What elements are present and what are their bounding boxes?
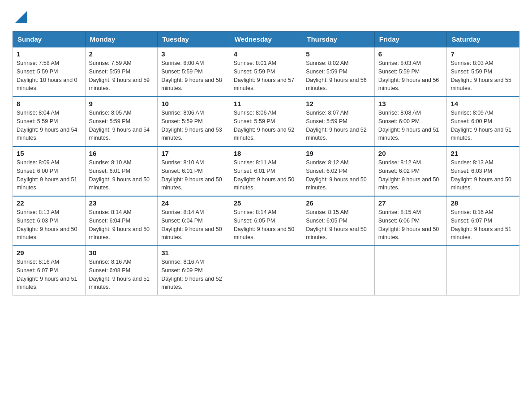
day-info: Sunrise: 8:06 AMSunset: 5:59 PMDaylight:…	[234, 109, 299, 142]
day-number: 28	[450, 199, 515, 207]
day-number: 12	[306, 100, 371, 107]
calendar-cell: 20Sunrise: 8:12 AMSunset: 6:02 PMDayligh…	[374, 146, 447, 196]
calendar-header-row: SundayMondayTuesdayWednesdayThursdayFrid…	[13, 32, 519, 47]
calendar-cell	[447, 246, 519, 295]
week-row-5: 29Sunrise: 8:16 AMSunset: 6:07 PMDayligh…	[13, 246, 519, 295]
day-number: 22	[17, 199, 82, 207]
day-info: Sunrise: 8:10 AMSunset: 6:01 PMDaylight:…	[161, 158, 226, 192]
calendar-cell: 9Sunrise: 8:05 AMSunset: 5:59 PMDaylight…	[85, 97, 158, 146]
calendar-cell: 21Sunrise: 8:13 AMSunset: 6:03 PMDayligh…	[447, 146, 519, 196]
day-info: Sunrise: 7:59 AMSunset: 5:59 PMDaylight:…	[89, 59, 154, 93]
calendar-cell: 10Sunrise: 8:06 AMSunset: 5:59 PMDayligh…	[158, 97, 230, 146]
day-info: Sunrise: 8:02 AMSunset: 5:59 PMDaylight:…	[306, 59, 371, 93]
header-thursday: Thursday	[302, 32, 375, 47]
day-info: Sunrise: 8:09 AMSunset: 6:00 PMDaylight:…	[17, 158, 82, 192]
calendar-cell	[374, 246, 447, 295]
calendar-table: SundayMondayTuesdayWednesdayThursdayFrid…	[13, 31, 519, 295]
logo	[13, 11, 27, 23]
calendar-cell: 1Sunrise: 7:58 AMSunset: 5:59 PMDaylight…	[13, 47, 86, 97]
day-number: 30	[89, 249, 154, 257]
header-sunday: Sunday	[13, 32, 86, 47]
calendar-cell: 31Sunrise: 8:16 AMSunset: 6:09 PMDayligh…	[158, 246, 230, 295]
day-number: 23	[89, 199, 154, 207]
day-number: 1	[17, 50, 82, 58]
day-info: Sunrise: 8:03 AMSunset: 5:59 PMDaylight:…	[450, 59, 515, 93]
day-number: 21	[450, 150, 515, 157]
day-info: Sunrise: 8:14 AMSunset: 6:04 PMDaylight:…	[161, 208, 226, 242]
day-number: 19	[306, 150, 371, 157]
day-number: 6	[378, 50, 443, 58]
header-wednesday: Wednesday	[230, 32, 302, 47]
day-info: Sunrise: 8:14 AMSunset: 6:04 PMDaylight:…	[89, 208, 154, 242]
day-info: Sunrise: 8:09 AMSunset: 6:00 PMDaylight:…	[450, 109, 515, 142]
day-number: 7	[450, 50, 515, 58]
day-info: Sunrise: 8:04 AMSunset: 5:59 PMDaylight:…	[17, 109, 82, 142]
day-number: 9	[89, 100, 154, 107]
week-row-3: 15Sunrise: 8:09 AMSunset: 6:00 PMDayligh…	[13, 146, 519, 196]
calendar-cell: 5Sunrise: 8:02 AMSunset: 5:59 PMDaylight…	[302, 47, 375, 97]
page-header	[13, 11, 519, 23]
day-info: Sunrise: 8:03 AMSunset: 5:59 PMDaylight:…	[378, 59, 443, 93]
calendar-cell: 29Sunrise: 8:16 AMSunset: 6:07 PMDayligh…	[13, 246, 86, 295]
day-info: Sunrise: 8:06 AMSunset: 5:59 PMDaylight:…	[161, 109, 226, 142]
day-number: 5	[306, 50, 371, 58]
day-info: Sunrise: 8:15 AMSunset: 6:06 PMDaylight:…	[378, 208, 443, 242]
calendar-cell	[302, 246, 375, 295]
day-info: Sunrise: 8:10 AMSunset: 6:01 PMDaylight:…	[89, 158, 154, 192]
calendar-cell: 4Sunrise: 8:01 AMSunset: 5:59 PMDaylight…	[230, 47, 302, 97]
day-info: Sunrise: 8:01 AMSunset: 5:59 PMDaylight:…	[234, 59, 299, 93]
day-info: Sunrise: 7:58 AMSunset: 5:59 PMDaylight:…	[17, 59, 82, 93]
calendar-cell: 30Sunrise: 8:16 AMSunset: 6:08 PMDayligh…	[85, 246, 158, 295]
day-info: Sunrise: 8:05 AMSunset: 5:59 PMDaylight:…	[89, 109, 154, 142]
header-saturday: Saturday	[447, 32, 519, 47]
calendar-cell: 15Sunrise: 8:09 AMSunset: 6:00 PMDayligh…	[13, 146, 86, 196]
day-number: 4	[234, 50, 299, 58]
calendar-cell: 18Sunrise: 8:11 AMSunset: 6:01 PMDayligh…	[230, 146, 302, 196]
header-tuesday: Tuesday	[158, 32, 230, 47]
calendar-cell: 14Sunrise: 8:09 AMSunset: 6:00 PMDayligh…	[447, 97, 519, 146]
day-info: Sunrise: 8:13 AMSunset: 6:03 PMDaylight:…	[17, 208, 82, 242]
calendar-cell: 28Sunrise: 8:16 AMSunset: 6:07 PMDayligh…	[447, 196, 519, 246]
calendar-cell: 25Sunrise: 8:14 AMSunset: 6:05 PMDayligh…	[230, 196, 302, 246]
day-info: Sunrise: 8:16 AMSunset: 6:09 PMDaylight:…	[161, 258, 226, 291]
calendar-cell: 23Sunrise: 8:14 AMSunset: 6:04 PMDayligh…	[85, 196, 158, 246]
day-number: 18	[234, 150, 299, 157]
day-info: Sunrise: 8:00 AMSunset: 5:59 PMDaylight:…	[161, 59, 226, 93]
day-info: Sunrise: 8:16 AMSunset: 6:08 PMDaylight:…	[89, 258, 154, 291]
header-monday: Monday	[85, 32, 158, 47]
calendar-cell: 24Sunrise: 8:14 AMSunset: 6:04 PMDayligh…	[158, 196, 230, 246]
day-number: 25	[234, 199, 299, 207]
day-number: 27	[378, 199, 443, 207]
day-number: 2	[89, 50, 154, 58]
logo-icon	[15, 11, 27, 23]
calendar-cell: 3Sunrise: 8:00 AMSunset: 5:59 PMDaylight…	[158, 47, 230, 97]
calendar-cell: 12Sunrise: 8:07 AMSunset: 5:59 PMDayligh…	[302, 97, 375, 146]
day-number: 29	[17, 249, 82, 257]
day-info: Sunrise: 8:08 AMSunset: 6:00 PMDaylight:…	[378, 109, 443, 142]
day-info: Sunrise: 8:14 AMSunset: 6:05 PMDaylight:…	[234, 208, 299, 242]
day-number: 31	[161, 249, 226, 257]
week-row-1: 1Sunrise: 7:58 AMSunset: 5:59 PMDaylight…	[13, 47, 519, 97]
day-info: Sunrise: 8:15 AMSunset: 6:05 PMDaylight:…	[306, 208, 371, 242]
day-info: Sunrise: 8:16 AMSunset: 6:07 PMDaylight:…	[17, 258, 82, 291]
header-friday: Friday	[374, 32, 447, 47]
calendar-cell: 22Sunrise: 8:13 AMSunset: 6:03 PMDayligh…	[13, 196, 86, 246]
calendar-cell: 11Sunrise: 8:06 AMSunset: 5:59 PMDayligh…	[230, 97, 302, 146]
day-info: Sunrise: 8:16 AMSunset: 6:07 PMDaylight:…	[450, 208, 515, 242]
calendar-cell: 8Sunrise: 8:04 AMSunset: 5:59 PMDaylight…	[13, 97, 86, 146]
day-number: 24	[161, 199, 226, 207]
day-info: Sunrise: 8:12 AMSunset: 6:02 PMDaylight:…	[306, 158, 371, 192]
day-info: Sunrise: 8:07 AMSunset: 5:59 PMDaylight:…	[306, 109, 371, 142]
calendar-cell: 7Sunrise: 8:03 AMSunset: 5:59 PMDaylight…	[447, 47, 519, 97]
calendar-cell: 19Sunrise: 8:12 AMSunset: 6:02 PMDayligh…	[302, 146, 375, 196]
day-number: 20	[378, 150, 443, 157]
calendar-cell	[230, 246, 302, 295]
calendar-cell: 2Sunrise: 7:59 AMSunset: 5:59 PMDaylight…	[85, 47, 158, 97]
day-info: Sunrise: 8:12 AMSunset: 6:02 PMDaylight:…	[378, 158, 443, 192]
calendar-cell: 16Sunrise: 8:10 AMSunset: 6:01 PMDayligh…	[85, 146, 158, 196]
day-number: 13	[378, 100, 443, 107]
day-number: 17	[161, 150, 226, 157]
svg-marker-0	[15, 11, 27, 23]
week-row-2: 8Sunrise: 8:04 AMSunset: 5:59 PMDaylight…	[13, 97, 519, 146]
day-number: 15	[17, 150, 82, 157]
